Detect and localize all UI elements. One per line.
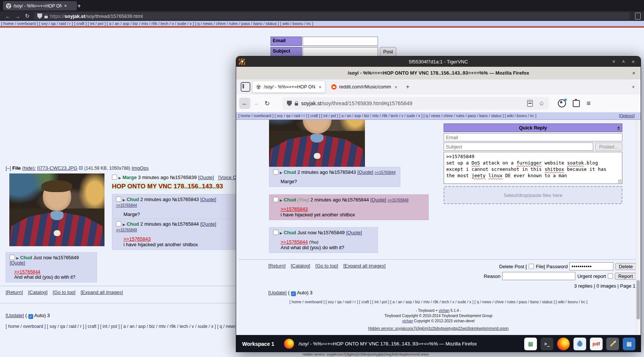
urgent-report-checkbox[interactable] bbox=[608, 273, 613, 279]
post-number[interactable]: №15765844 bbox=[172, 221, 199, 227]
account-icon[interactable] bbox=[558, 99, 566, 107]
extensions-puzzle-icon[interactable] bbox=[573, 100, 580, 107]
update-link[interactable]: [Update] bbox=[268, 290, 287, 295]
backlink[interactable]: >>15765844 bbox=[375, 170, 396, 175]
outer-tab-close-icon[interactable]: × bbox=[64, 3, 67, 9]
post-toggle-arrow[interactable]: ▶ bbox=[119, 176, 121, 180]
quote-link[interactable]: [Quote] bbox=[10, 260, 25, 266]
outer-forward-icon[interactable]: → bbox=[13, 13, 22, 19]
quote-link[interactable]: [Quote] bbox=[200, 197, 216, 202]
tab-list-chevron-icon[interactable]: ˅ bbox=[632, 84, 635, 90]
inner-tab-soyjak[interactable]: /soy/ - %%==+=HOP ON × bbox=[253, 81, 325, 93]
outer-footer-nav[interactable]: [ home / overboard ] [ soy / qa / raid /… bbox=[6, 324, 235, 329]
quick-reply-box[interactable]: Quick Reply × Posted... >>15765849 set u… bbox=[444, 123, 622, 204]
post-number[interactable]: №15765843 bbox=[329, 169, 356, 175]
bookmarks-sidebar-icon[interactable] bbox=[635, 13, 641, 19]
hamburger-menu-icon[interactable]: ≡ bbox=[587, 99, 591, 107]
cite-link[interactable]: >>15765843 bbox=[281, 206, 308, 212]
op-image-thumbnail[interactable] bbox=[9, 173, 104, 246]
cite-link[interactable]: >>15765844 bbox=[14, 269, 40, 275]
vnc-title-bar[interactable]: 5f55304f7d1a:1 - TigerVNC ˅ ˄ × bbox=[236, 56, 641, 67]
file-toggle[interactable]: [–] bbox=[6, 165, 11, 171]
bookmark-star-icon[interactable]: ☆ bbox=[539, 100, 544, 107]
firefox-view-icon[interactable] bbox=[241, 82, 250, 92]
expand-images-link[interactable]: [Expand all images] bbox=[343, 263, 385, 269]
vnc-minimize-icon[interactable]: ˅ bbox=[611, 59, 617, 65]
quote-link[interactable]: [Quote] bbox=[346, 230, 362, 235]
quick-reply-textarea[interactable]: >>15765849 set up a DoS attack on a furn… bbox=[444, 152, 622, 184]
post-toggle-arrow[interactable]: ▶ bbox=[280, 198, 282, 202]
inner-hidden-service[interactable]: Hidden service: soyjakcoox7ji3jg6mj3z2bi… bbox=[236, 326, 641, 331]
backlink[interactable]: >>15765844 bbox=[116, 203, 137, 207]
quick-reply-subject-field[interactable] bbox=[444, 143, 593, 151]
report-button[interactable]: Report bbox=[615, 273, 636, 280]
inner-reload-icon[interactable]: ↻ bbox=[262, 100, 273, 107]
password-field[interactable]: ●●●●●●●●●● bbox=[569, 262, 613, 270]
delete-file-checkbox[interactable] bbox=[529, 264, 534, 269]
options-link[interactable]: [Options] bbox=[619, 113, 635, 118]
new-tab-button[interactable]: + bbox=[406, 83, 410, 91]
post-checkbox[interactable] bbox=[273, 197, 278, 202]
inner-url-field[interactable]: soyjak.st/soy/thread/15765839.html#q1576… bbox=[282, 97, 549, 110]
post-checkbox[interactable] bbox=[10, 255, 15, 260]
inner-op-image-thumbnail[interactable] bbox=[269, 120, 365, 167]
reader-view-icon[interactable] bbox=[527, 100, 533, 107]
cite-link[interactable]: >>15765844 bbox=[281, 239, 308, 245]
firefox-icon[interactable] bbox=[557, 338, 570, 350]
workspace-label[interactable]: Workspace 1 bbox=[242, 341, 274, 347]
tracking-shield-icon[interactable] bbox=[287, 101, 292, 106]
catalog-link[interactable]: [Catalog] bbox=[28, 289, 47, 295]
inner-board-nav[interactable]: [ home / overboard ] [ soy / qa / raid /… bbox=[236, 112, 641, 120]
post-button[interactable]: Post bbox=[380, 47, 396, 56]
subject-field[interactable] bbox=[303, 47, 378, 56]
expand-images-link[interactable]: [Expand all images] bbox=[81, 289, 123, 295]
auto-update-checkbox[interactable]: ✓ bbox=[28, 314, 33, 319]
go-to-top-link[interactable]: [Go to top] bbox=[315, 263, 338, 269]
firefox-icon[interactable] bbox=[284, 339, 294, 349]
outer-back-icon[interactable]: ← bbox=[3, 13, 13, 19]
quick-reply-submit-button[interactable]: Posted... bbox=[595, 143, 622, 151]
post-number[interactable]: №15765839 bbox=[170, 175, 197, 180]
post-toggle-arrow[interactable]: ▶ bbox=[280, 171, 282, 175]
pdf-viewer-icon[interactable]: pdf bbox=[590, 338, 603, 350]
post-toggle-arrow[interactable]: ▶ bbox=[123, 198, 125, 202]
post-checkbox[interactable] bbox=[273, 230, 278, 235]
update-link[interactable]: [Update] bbox=[6, 313, 24, 318]
imgops-dice-icon[interactable]: ⚄ bbox=[79, 165, 83, 171]
file-name-link[interactable]: 0773-CWC23.JPG bbox=[37, 165, 78, 171]
post-toggle-arrow[interactable]: ▶ bbox=[16, 256, 19, 260]
inner-forward-icon[interactable]: → bbox=[250, 100, 262, 107]
terminal-icon[interactable]: >_ bbox=[541, 338, 553, 350]
quote-link[interactable]: [Quote] bbox=[357, 169, 373, 175]
email-field[interactable] bbox=[303, 37, 378, 46]
go-to-top-link[interactable]: [Go to top] bbox=[53, 289, 75, 295]
post-number[interactable]: №15765849 bbox=[53, 255, 79, 260]
post-number[interactable]: №15765843 bbox=[172, 197, 199, 202]
screenshot-tool-icon[interactable] bbox=[606, 338, 619, 350]
catalog-link[interactable]: [Catalog] bbox=[291, 263, 310, 269]
post-number[interactable]: №15765844 bbox=[342, 197, 369, 203]
vnc-maximize-icon[interactable]: ˄ bbox=[620, 59, 626, 65]
backlink[interactable]: >>15765849 bbox=[116, 228, 137, 232]
quote-link[interactable]: [Quote] bbox=[198, 175, 214, 180]
inner-page-scrollbar[interactable] bbox=[636, 120, 640, 333]
outer-new-tab-button[interactable]: + bbox=[75, 1, 84, 10]
post-checkbox[interactable] bbox=[116, 221, 121, 226]
file-drop-zone[interactable]: Select/drop/paste files here bbox=[444, 186, 622, 204]
graphics-editor-icon[interactable] bbox=[573, 338, 586, 350]
quote-link[interactable]: [Quote] bbox=[370, 197, 386, 203]
outer-hidden-service[interactable]: Hidden service: soyjakcoox7ji3jg6mj3z2bi… bbox=[257, 353, 474, 356]
tigervnc-window[interactable]: 5f55304f7d1a:1 - TigerVNC ˅ ˄ × /soy/ - … bbox=[236, 56, 641, 352]
auto-update-checkbox[interactable]: ✓ bbox=[291, 291, 296, 296]
post-toggle-arrow[interactable]: ▶ bbox=[123, 223, 125, 226]
tab-close-icon[interactable]: × bbox=[319, 84, 322, 90]
scrollbar-thumb[interactable] bbox=[637, 280, 640, 319]
quick-reply-header[interactable]: Quick Reply × bbox=[444, 123, 622, 132]
post-checkbox[interactable] bbox=[273, 169, 278, 175]
firefox-title-bar[interactable]: /soy/ - %%==+=HOP ONTO MY VNC 178..156..… bbox=[236, 67, 641, 80]
vnc-close-icon[interactable]: × bbox=[630, 59, 636, 65]
return-link[interactable]: [Return] bbox=[268, 263, 285, 269]
post-checkbox[interactable] bbox=[112, 175, 117, 180]
taskbar-window-title[interactable]: /soy/ - %%==+=HOP ONTO MY VNC 178..156..… bbox=[298, 341, 477, 347]
reason-field[interactable] bbox=[502, 272, 575, 280]
